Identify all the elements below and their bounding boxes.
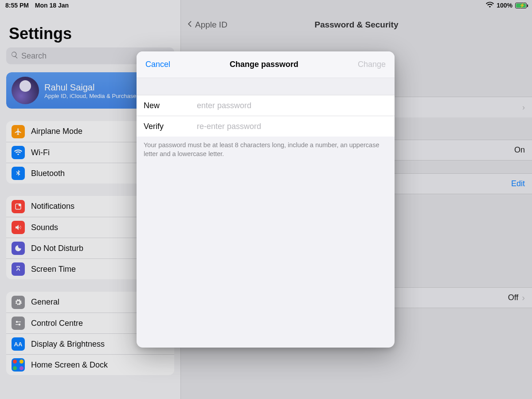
new-password-input[interactable] (197, 101, 387, 110)
verify-password-label: Verify (144, 122, 197, 131)
cancel-button[interactable]: Cancel (145, 60, 170, 69)
verify-password-input[interactable] (197, 122, 387, 131)
new-password-row[interactable]: New (137, 95, 395, 116)
password-hint: Your password must be at least 8 charact… (137, 137, 395, 158)
change-password-modal: Cancel Change password Change New Verify… (137, 51, 395, 348)
change-button[interactable]: Change (358, 60, 386, 69)
new-password-label: New (144, 101, 197, 110)
modal-title: Change password (230, 60, 298, 69)
verify-password-row[interactable]: Verify (137, 116, 395, 137)
